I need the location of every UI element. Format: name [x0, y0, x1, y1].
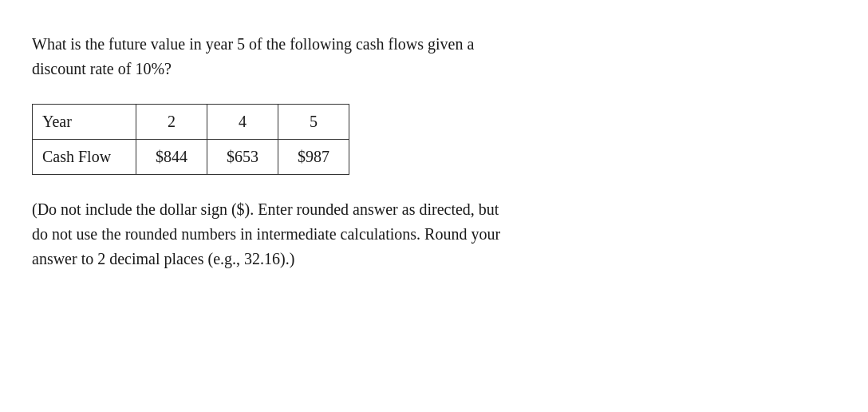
header-year4: 4	[207, 105, 278, 140]
instruction-line2: do not use the rounded numbers in interm…	[32, 225, 500, 243]
row-label: Cash Flow	[33, 140, 136, 175]
instruction-line1: (Do not include the dollar sign ($). Ent…	[32, 200, 499, 218]
instruction-text: (Do not include the dollar sign ($). Ent…	[32, 197, 500, 271]
question-text: What is the future value in year 5 of th…	[32, 32, 500, 81]
main-content: What is the future value in year 5 of th…	[32, 32, 500, 271]
table-header-row: Year 2 4 5	[33, 105, 349, 140]
cash-flow-table: Year 2 4 5 Cash Flow $844 $653 $987	[32, 104, 349, 175]
table-data-row: Cash Flow $844 $653 $987	[33, 140, 349, 175]
question-line2: discount rate of 10%?	[32, 60, 172, 77]
cash-flow-table-container: Year 2 4 5 Cash Flow $844 $653 $987	[32, 104, 500, 175]
header-year5: 5	[278, 105, 349, 140]
instruction-line3: answer to 2 decimal places (e.g., 32.16)…	[32, 250, 294, 267]
header-label: Year	[33, 105, 136, 140]
row-value-year4: $653	[207, 140, 278, 175]
row-value-year5: $987	[278, 140, 349, 175]
header-year2: 2	[136, 105, 207, 140]
row-value-year2: $844	[136, 140, 207, 175]
question-line1: What is the future value in year 5 of th…	[32, 35, 474, 53]
